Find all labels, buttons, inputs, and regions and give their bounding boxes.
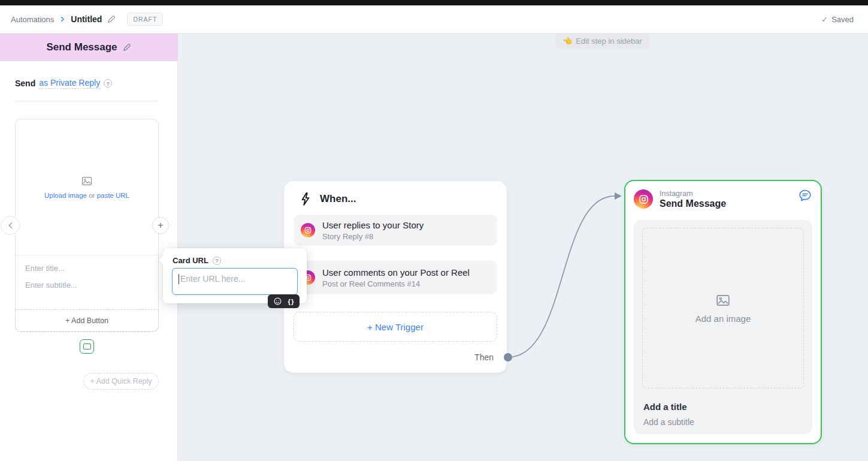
check-icon: ✓ bbox=[821, 15, 828, 24]
send-message-node-card[interactable]: Instagram Send Message Add an image Add … bbox=[624, 180, 822, 444]
breadcrumb-chevron-icon bbox=[59, 16, 66, 23]
add-image-label: Add an image bbox=[695, 314, 751, 324]
trigger-row-post-comments[interactable]: User comments on your Post or Reel Post … bbox=[294, 261, 497, 294]
when-card-title: When... bbox=[320, 193, 356, 205]
card-type-icon bbox=[83, 344, 91, 349]
status-badge-draft: DRAFT bbox=[127, 13, 163, 26]
then-connector-handle[interactable] bbox=[504, 353, 512, 361]
card-text-fields: Enter title... Enter subtitle... bbox=[16, 255, 158, 309]
trigger-subtitle: Story Reply #8 bbox=[322, 232, 424, 241]
paste-url-link[interactable]: paste URL bbox=[97, 192, 129, 199]
upload-image-dropzone[interactable]: Upload image or paste URL bbox=[16, 119, 158, 255]
trigger-node-card[interactable]: When... User replies to your Story Story… bbox=[284, 181, 507, 373]
send-card-preview: Add an image Add a title Add a subtitle bbox=[634, 220, 812, 434]
breadcrumb: Automations Untitled DRAFT bbox=[11, 13, 163, 26]
text-caret bbox=[179, 274, 179, 284]
edit-step-hint: 👈 Edit step in sidebar bbox=[555, 33, 649, 49]
edit-step-name-pencil-icon[interactable] bbox=[122, 43, 132, 52]
send-card-title: Send Message bbox=[660, 198, 726, 209]
input-tools-pill: {} bbox=[268, 294, 300, 308]
saved-label: Saved bbox=[831, 15, 854, 24]
browser-top-strip bbox=[0, 0, 868, 5]
card-url-popover: Card URL ? Enter URL here... {} bbox=[163, 248, 307, 303]
step-editor-sidebar: Send Message Send as Private Reply ? Upl… bbox=[0, 34, 178, 461]
sidebar-divider bbox=[15, 101, 159, 101]
pointing-left-emoji-icon: 👈 bbox=[562, 37, 572, 46]
save-status: ✓ Saved bbox=[821, 15, 854, 24]
top-bar: Automations Untitled DRAFT ✓ Saved bbox=[0, 5, 868, 34]
add-card-button[interactable]: + bbox=[152, 217, 169, 234]
then-label: Then bbox=[474, 352, 494, 362]
message-bubble-icon[interactable] bbox=[798, 188, 812, 203]
image-placeholder-icon bbox=[715, 293, 731, 308]
when-header: When... bbox=[298, 192, 356, 206]
emoji-picker-icon[interactable] bbox=[273, 297, 282, 306]
send-card-channel: Instagram bbox=[660, 189, 726, 198]
edit-title-pencil-icon[interactable] bbox=[107, 14, 116, 24]
send-card-header: Instagram Send Message bbox=[634, 189, 726, 209]
sidebar-step-title: Send Message bbox=[46, 41, 117, 53]
breadcrumb-automations-link[interactable]: Automations bbox=[11, 15, 54, 24]
trigger-subtitle: Post or Reel Comments #14 bbox=[322, 279, 470, 288]
instagram-icon bbox=[634, 189, 653, 209]
lightning-bolt-icon bbox=[298, 192, 313, 206]
sidebar-header: Send Message bbox=[0, 34, 178, 61]
card-url-placeholder: Enter URL here... bbox=[180, 274, 245, 284]
upload-image-link[interactable]: Upload image bbox=[44, 192, 87, 199]
add-quick-reply-button[interactable]: + Add Quick Reply bbox=[83, 373, 159, 390]
card-subtitle-input[interactable]: Enter subtitle... bbox=[25, 281, 149, 290]
add-button-button[interactable]: + Add Button bbox=[15, 309, 159, 332]
card-title-placeholder[interactable]: Add a title bbox=[643, 402, 687, 412]
card-title-input[interactable]: Enter title... bbox=[25, 264, 149, 273]
add-image-dropzone[interactable]: Add an image bbox=[642, 228, 804, 388]
card-block-type-button[interactable] bbox=[80, 339, 94, 354]
send-mode-row: Send as Private Reply ? bbox=[15, 78, 112, 89]
send-mode-selector[interactable]: as Private Reply bbox=[39, 78, 100, 89]
trigger-title: User replies to your Story bbox=[322, 220, 424, 230]
new-trigger-button[interactable]: + New Trigger bbox=[294, 312, 497, 342]
flow-title[interactable]: Untitled bbox=[71, 14, 102, 24]
help-question-icon[interactable]: ? bbox=[104, 79, 112, 88]
card-url-input[interactable]: Enter URL here... bbox=[172, 268, 298, 295]
card-editor: Upload image or paste URL Enter title...… bbox=[15, 119, 159, 332]
card-subtitle-placeholder[interactable]: Add a subtitle bbox=[643, 417, 694, 427]
card-url-label: Card URL bbox=[173, 256, 208, 265]
trigger-row-story-reply[interactable]: User replies to your Story Story Reply #… bbox=[294, 215, 497, 246]
carousel-prev-button[interactable] bbox=[1, 216, 20, 235]
instagram-icon bbox=[301, 223, 315, 237]
or-label: or bbox=[89, 192, 95, 199]
trigger-title: User comments on your Post or Reel bbox=[322, 267, 470, 278]
edit-step-hint-label: Edit step in sidebar bbox=[576, 37, 642, 46]
help-question-icon[interactable]: ? bbox=[213, 257, 221, 265]
image-placeholder-icon bbox=[81, 175, 93, 187]
variables-braces-icon[interactable]: {} bbox=[288, 298, 295, 305]
send-prefix-label: Send bbox=[15, 79, 35, 88]
